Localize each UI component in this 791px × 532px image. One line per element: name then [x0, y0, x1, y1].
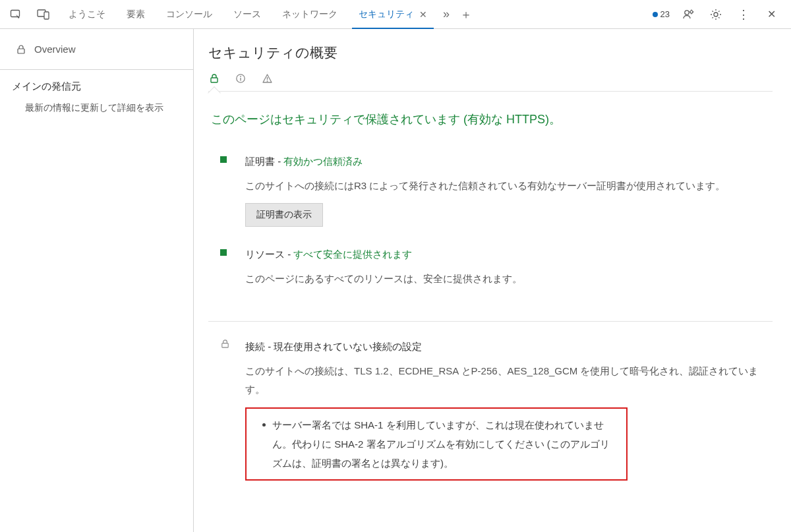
- sidebar-origin-title: メインの発信元: [0, 70, 193, 100]
- issue-dot-icon: [653, 12, 658, 17]
- secure-headline: このページはセキュリティで保護されています (有効な HTTPS)。: [208, 93, 773, 146]
- tab-security-label: セキュリティ: [359, 9, 414, 20]
- tab-welcome-label: ようこそ: [69, 9, 105, 20]
- resources-head: リソース - すべて安全に提供されます: [245, 245, 766, 264]
- tab-elements[interactable]: 要素: [116, 0, 156, 29]
- tab-network-label: ネットワーク: [282, 9, 337, 20]
- tab-sources-label: ソース: [233, 9, 261, 20]
- sidebar-overview-label: Overview: [34, 44, 76, 55]
- tab-console[interactable]: コンソール: [156, 0, 223, 29]
- svg-point-9: [714, 13, 718, 16]
- connection-section: 接続 - 現在使用されていない接続の設定 このサイトへの接続は、TLS 1.2、…: [208, 321, 773, 492]
- cert-label: 証明書: [245, 156, 275, 167]
- cert-status: 有効かつ信頼済み: [283, 156, 363, 167]
- page-title: セキュリティの概要: [208, 44, 773, 62]
- tab-sources[interactable]: ソース: [223, 0, 272, 29]
- warning-bullet: サーバー署名では SHA-1 を利用していますが、これは現在使われていません。代…: [262, 415, 616, 473]
- view-certificate-button[interactable]: 証明書の表示: [245, 203, 323, 227]
- bullet-icon: [262, 423, 266, 427]
- svg-point-16: [266, 80, 268, 82]
- svg-point-3: [685, 10, 689, 14]
- svg-point-4: [690, 11, 693, 13]
- security-sidebar: Overview メインの発信元 最新の情報に更新して詳細を表示: [0, 29, 194, 532]
- tab-security[interactable]: セキュリティ ✕: [348, 0, 438, 29]
- connection-status: 現在使用されていない接続の設定: [274, 341, 422, 352]
- issues-counter[interactable]: 23: [653, 9, 670, 19]
- more-menu-icon[interactable]: ⋮: [734, 5, 753, 24]
- connection-head: 接続 - 現在使用されていない接続の設定: [245, 338, 766, 357]
- tab-welcome[interactable]: ようこそ: [58, 0, 116, 29]
- feedback-icon[interactable]: [679, 5, 697, 24]
- inspect-icon[interactable]: [7, 5, 25, 24]
- sidebar-overview[interactable]: Overview: [0, 29, 193, 70]
- status-icon-row: [208, 73, 773, 92]
- topbar-right: 23 ⋮ ✕: [653, 5, 784, 24]
- lock-icon: [16, 44, 26, 55]
- connection-desc: このサイトへの接続は、TLS 1.2、ECDHE_RSA とP-256、AES_…: [245, 362, 766, 399]
- resources-section: リソース - すべて安全に提供されます このページにあるすべてのリソースは、安全…: [208, 239, 773, 308]
- svg-rect-10: [18, 49, 24, 53]
- certificate-section: 証明書 - 有効かつ信頼済み このサイトへの接続にはR3 によって発行された信頼…: [208, 146, 773, 239]
- tab-elements-label: 要素: [127, 9, 145, 20]
- devtools-topbar: ようこそ 要素 コンソール ソース ネットワーク セキュリティ ✕ » ＋ 23…: [0, 0, 791, 29]
- topbar-left: [7, 5, 53, 24]
- svg-rect-11: [211, 78, 218, 82]
- square-marker-icon: [220, 156, 227, 163]
- close-icon[interactable]: ✕: [419, 9, 427, 20]
- warning-triangle-icon[interactable]: [261, 73, 273, 84]
- security-main: セキュリティの概要 このページはセキュリティで保護されています (有効な HTT…: [194, 29, 791, 532]
- svg-rect-0: [11, 10, 20, 16]
- warning-text: サーバー署名では SHA-1 を利用していますが、これは現在使われていません。代…: [272, 415, 616, 473]
- issue-count-number: 23: [660, 9, 670, 19]
- device-toggle-icon[interactable]: [34, 5, 53, 24]
- connection-label: 接続: [245, 341, 265, 352]
- resources-status: すべて安全に提供されます: [293, 249, 412, 260]
- lock-outline-icon: [220, 339, 227, 345]
- more-tabs-icon[interactable]: »: [438, 0, 455, 29]
- svg-rect-2: [44, 12, 49, 19]
- tab-console-label: コンソール: [166, 9, 212, 20]
- svg-rect-14: [240, 78, 241, 81]
- svg-rect-17: [222, 343, 228, 348]
- info-icon[interactable]: [235, 73, 247, 84]
- sidebar-refresh-msg: 最新の情報に更新して詳細を表示: [0, 100, 193, 121]
- warning-box: サーバー署名では SHA-1 を利用していますが、これは現在使われていません。代…: [245, 407, 628, 481]
- body: Overview メインの発信元 最新の情報に更新して詳細を表示 セキュリティの…: [0, 29, 791, 532]
- devtools-tabs: ようこそ 要素 コンソール ソース ネットワーク セキュリティ ✕ » ＋: [58, 0, 477, 29]
- svg-rect-15: [266, 77, 267, 80]
- square-marker-icon: [220, 249, 227, 256]
- cert-desc: このサイトへの接続にはR3 によって発行された信頼されている有効なサーバー証明書…: [245, 177, 766, 196]
- svg-point-13: [240, 76, 241, 77]
- cert-head: 証明書 - 有効かつ信頼済み: [245, 152, 766, 171]
- close-devtools-icon[interactable]: ✕: [762, 5, 780, 24]
- resources-desc: このページにあるすべてのリソースは、安全に提供されます。: [245, 270, 766, 289]
- add-tab-icon[interactable]: ＋: [455, 0, 477, 29]
- tab-network[interactable]: ネットワーク: [272, 0, 348, 29]
- settings-gear-icon[interactable]: [707, 5, 725, 24]
- resources-label: リソース: [245, 249, 285, 260]
- secure-lock-icon[interactable]: [208, 73, 220, 84]
